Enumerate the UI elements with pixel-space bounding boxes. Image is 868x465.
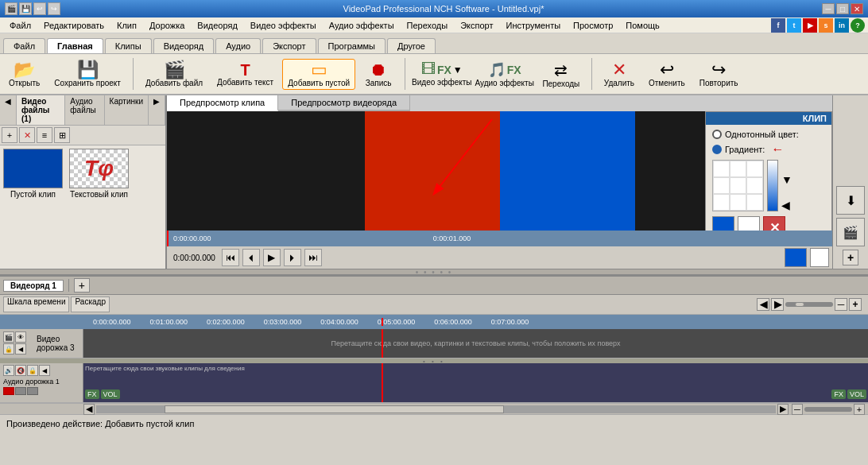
plus-button[interactable]: + <box>843 250 858 265</box>
menu-sequence[interactable]: Видеоряд <box>191 19 244 32</box>
add-track-button[interactable]: 🎬 <box>836 218 865 246</box>
video-track-icon2[interactable]: 👁 <box>15 331 26 343</box>
step-back-button[interactable]: ⏴ <box>242 249 260 266</box>
audio-tool1[interactable] <box>15 387 26 395</box>
maximize-button[interactable]: □ <box>836 3 849 14</box>
color-swatch-blue[interactable] <box>712 216 734 231</box>
twitter-icon[interactable]: t <box>787 18 801 33</box>
scroll-track[interactable] <box>96 405 776 413</box>
audio-icon2[interactable]: 🔇 <box>15 365 26 376</box>
lp-tool-list[interactable]: ≡ <box>37 127 52 143</box>
open-button[interactable]: 📂 Открыть <box>3 59 45 90</box>
lp-tab-images[interactable]: Картинки <box>105 95 149 125</box>
clip-item-blank[interactable]: Пустой клип <box>3 149 63 199</box>
transitions-button[interactable]: ⇄ Переходы <box>537 60 585 88</box>
add-timeline-tab[interactable]: + <box>74 278 90 293</box>
add-empty-button[interactable]: ▭ Добавить пустой <box>282 59 355 90</box>
minimize-button[interactable]: ─ <box>822 3 835 14</box>
tab-file[interactable]: Файл <box>3 38 45 53</box>
clip-item-text[interactable]: Тφ Текстовый клип <box>69 149 129 199</box>
audio-tool2[interactable] <box>27 387 38 395</box>
menu-transitions[interactable]: Переходы <box>401 19 455 32</box>
tab-programs[interactable]: Программы <box>318 38 386 53</box>
fx-badge-4[interactable]: VOL <box>847 389 866 399</box>
drag-handle[interactable]: • • • • • <box>0 269 868 275</box>
audio-fx-button[interactable]: 🎵 FX Аудио эффекты <box>475 61 533 87</box>
lp-tool-add[interactable]: + <box>2 127 17 143</box>
audio-icon1[interactable]: 🔊 <box>3 365 14 376</box>
tab-audio[interactable]: Аудио <box>215 38 261 53</box>
menu-help[interactable]: Помощь <box>619 19 666 32</box>
zoom-in-left[interactable]: ◀ <box>757 298 769 311</box>
fx-badge-2[interactable]: VOL <box>101 389 120 399</box>
undo-button[interactable]: ↩ Отменить <box>643 59 691 90</box>
video-track-icon1[interactable]: 🎬 <box>3 331 14 343</box>
zoom-out-btn[interactable]: ─ <box>792 404 803 415</box>
gradient-grid[interactable] <box>712 160 764 211</box>
close-button[interactable]: ✕ <box>851 3 863 14</box>
gradient-option[interactable]: Градиент: ← <box>712 142 825 157</box>
video-track-icon4[interactable]: ◀ <box>15 343 26 355</box>
add-text-button[interactable]: T Добавить текст <box>211 60 279 89</box>
step-forward-button[interactable]: ⏵ <box>284 249 301 266</box>
timeline-tab[interactable]: Видеоряд 1 <box>3 280 64 292</box>
record-button[interactable]: ⏺ Запись <box>358 59 398 90</box>
lp-tool-delete[interactable]: ✕ <box>19 127 35 143</box>
zoom-plus[interactable]: + <box>849 298 862 311</box>
lp-tab-nav-prev[interactable]: ◀ <box>0 95 17 125</box>
video-fx-button[interactable]: 🎞 FX ▼ Видео эффекты <box>412 61 471 87</box>
menu-edit[interactable]: Редактировать <box>37 19 110 32</box>
fx-badge-3[interactable]: FX <box>831 389 846 399</box>
audio-rec-btn[interactable] <box>3 387 14 395</box>
tab-other[interactable]: Другое <box>387 38 436 53</box>
menu-audio-fx[interactable]: Аудио эффекты <box>323 19 401 32</box>
stackoverflow-icon[interactable]: s <box>819 18 833 33</box>
tb-icon3[interactable]: ↪ <box>48 2 60 15</box>
solid-radio[interactable] <box>712 130 722 139</box>
menu-tools[interactable]: Инструменты <box>500 19 568 32</box>
scroll-right-btn[interactable]: ▶ <box>777 404 789 415</box>
menu-track[interactable]: Дорожка <box>143 19 191 32</box>
redo-button[interactable]: ↪ Повторить <box>694 59 744 90</box>
gradient-bar[interactable] <box>767 160 778 211</box>
add-file-button[interactable]: 🎬 Добавить файл <box>140 59 208 90</box>
tab-export[interactable]: Экспорт <box>262 38 316 53</box>
lp-tab-video-files[interactable]: Видео файлы (1) <box>17 95 65 125</box>
horizontal-scrollbar[interactable]: ◀ ▶ ─ + <box>0 403 868 414</box>
menu-export[interactable]: Экспорт <box>454 19 499 32</box>
scale-label-btn[interactable]: Шкала времени <box>3 296 69 312</box>
menu-file[interactable]: Файл <box>3 19 37 32</box>
tab-home[interactable]: Главная <box>47 38 103 53</box>
linkedin-icon[interactable]: in <box>835 18 849 33</box>
tab-sequence[interactable]: Видеоряд <box>153 38 215 53</box>
export-button[interactable]: ⬇ <box>836 186 865 215</box>
preview-tab-clip[interactable]: Предпросмотр клипа <box>167 95 278 111</box>
zoom-in-btn[interactable]: + <box>854 404 865 415</box>
zoom-minus[interactable]: ─ <box>835 298 847 311</box>
audio-icon3[interactable]: 🔒 <box>27 365 38 376</box>
preview-white-swatch[interactable] <box>810 248 829 267</box>
video-track-content[interactable]: Перетащите сюда свои видео, картинки и т… <box>83 329 868 358</box>
delete-button[interactable]: ✕ Удалить <box>599 59 640 90</box>
storyboard-btn[interactable]: Раскадр <box>71 296 109 312</box>
close-dialog-button[interactable]: ✕ <box>763 216 785 231</box>
facebook-icon[interactable]: f <box>771 18 785 33</box>
video-track-icon3[interactable]: 🔒 <box>3 343 14 355</box>
fast-forward-button[interactable]: ⏭ <box>304 249 322 266</box>
color-swatch-white[interactable] <box>738 216 760 231</box>
youtube-icon[interactable]: ▶ <box>803 18 817 33</box>
menu-view[interactable]: Просмотр <box>567 19 619 32</box>
solid-color-option[interactable]: Однотонный цвет: <box>712 130 825 139</box>
play-button[interactable]: ▶ <box>263 249 281 266</box>
gradient-radio[interactable] <box>712 145 722 154</box>
audio-track-content[interactable]: FX VOL FX VOL Перетащите сюда свои звуко… <box>83 363 868 402</box>
tb-icon1[interactable]: 💾 <box>19 2 32 15</box>
menu-video-fx[interactable]: Видео эффекты <box>244 19 323 32</box>
rewind-button[interactable]: ⏮ <box>222 249 239 266</box>
lp-tab-audio-files[interactable]: Аудио файлы <box>65 95 104 125</box>
fx-badge-1[interactable]: FX <box>85 389 99 399</box>
save-button[interactable]: 💾 Сохранить проект <box>48 59 126 90</box>
tab-clips[interactable]: Клипы <box>105 38 152 53</box>
preview-tab-sequence[interactable]: Предпросмотр видеоряда <box>278 95 410 111</box>
zoom-slider[interactable] <box>785 302 833 307</box>
